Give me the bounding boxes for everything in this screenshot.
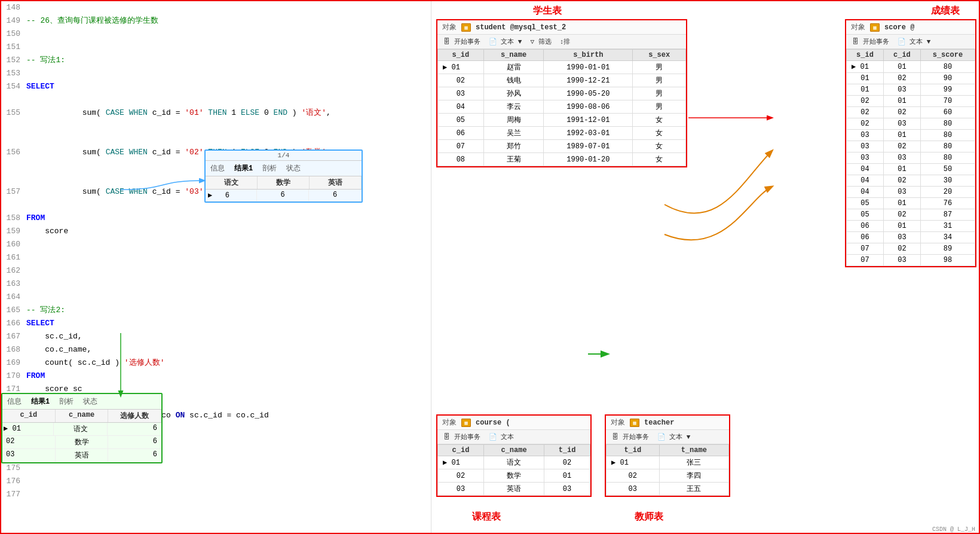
student-row-1: ▶ 01 赵雷 1990-01-01 男: [438, 61, 686, 74]
teacher-row-3: 03王五: [607, 483, 729, 496]
code-line-166: 166 SELECT: [1, 317, 431, 330]
code-line-168: 168 co.c_name,: [1, 343, 431, 356]
course-row-2: 02数学01: [438, 469, 590, 483]
student-start-tx-btn[interactable]: 🗄 开始事务: [441, 36, 483, 47]
result-box-blue: 1/4 信息 结果1 剖析 状态 语文 数学 英语 ▶ 6 6 6: [204, 149, 363, 203]
student-row-8: 08 王菊 1990-01-20 女: [438, 153, 686, 166]
student-row-5: 05 周梅 1991-12-01 女: [438, 114, 686, 127]
code-line-162: 162: [1, 264, 431, 277]
score-section-label: 成绩表: [915, 5, 975, 17]
result-green-row-3: 03 英语 6: [2, 449, 161, 462]
student-filter-btn[interactable]: ▽ 筛选: [528, 36, 553, 47]
student-title-bar: 对象 ▦ student @mysql_test_2: [437, 20, 686, 35]
code-panel: 148 149 -- 26、查询每门课程被选修的学生数 150 151 152 …: [1, 1, 431, 533]
score-row-17: 070289: [847, 243, 975, 255]
score-row-1: ▶ 010180: [847, 61, 975, 73]
code-line-155: 155 sum( CASE WHEN c_id = '01' THEN 1 EL…: [1, 93, 431, 133]
student-sort-btn[interactable]: ↕排: [558, 36, 573, 47]
teacher-row-1: ▶ 01张三: [607, 456, 729, 469]
score-row-7: 030180: [847, 130, 975, 141]
code-line-169: 169 count( sc.c_id ) '选修人数': [1, 356, 431, 370]
teacher-text-btn[interactable]: 📄 文本 ▼: [655, 432, 693, 442]
score-start-tx-btn[interactable]: 🗄 开始事务: [850, 36, 892, 47]
score-row-2: 010290: [847, 73, 975, 84]
code-line-158: 158 FROM: [1, 212, 431, 225]
code-line-148: 148: [1, 1, 431, 14]
code-line-165: 165 -- 写法2:: [1, 304, 431, 317]
code-line-161: 161: [1, 251, 431, 264]
teacher-start-tx-btn[interactable]: 🗄 开始事务: [610, 432, 651, 442]
course-section-label: 课程表: [472, 511, 501, 523]
code-line-164: 164: [1, 291, 431, 304]
result-green-row-2: 02 数学 6: [2, 436, 161, 449]
student-section-label: 学生表: [533, 5, 562, 17]
score-data-table: s_id c_id s_score ▶ 010180 010290 010399…: [846, 49, 975, 266]
teacher-row-2: 02李四: [607, 469, 729, 483]
score-row-11: 040230: [847, 175, 975, 187]
result-green-header: c_id c_name 选修人数: [2, 410, 161, 423]
score-text-btn[interactable]: 📄 文本 ▼: [895, 36, 933, 47]
main-container: 148 149 -- 26、查询每门课程被选修的学生数 150 151 152 …: [0, 0, 980, 534]
course-data-table: c_id c_name t_id ▶ 01语文02 02数学01 03英语03: [437, 444, 590, 496]
code-line-149: 149 -- 26、查询每门课程被选修的学生数: [1, 14, 431, 28]
score-row-4: 020170: [847, 96, 975, 107]
student-data-table: s_id s_name s_birth s_sex ▶ 01 赵雷 1990-0…: [437, 49, 686, 166]
right-panel: 学生表 成绩表 对象 ▦ student @mysql_test_2 🗄 开始事…: [431, 1, 979, 533]
student-row-2: 02 钱电 1990-12-21 男: [438, 74, 686, 87]
course-row-1: ▶ 01语文02: [438, 456, 590, 469]
student-row-4: 04 李云 1990-08-06 男: [438, 100, 686, 114]
code-line-170: 170 FROM: [1, 370, 431, 383]
code-line-153: 153: [1, 67, 431, 80]
result-blue-header: 语文 数学 英语: [206, 176, 362, 190]
score-toolbar[interactable]: 🗄 开始事务 📄 文本 ▼: [846, 35, 975, 49]
teacher-section-label: 教师表: [635, 511, 663, 523]
result-box-green: 信息 结果1 剖析 状态 c_id c_name 选修人数 ▶ 01 语文 6 …: [1, 393, 163, 463]
student-text-btn[interactable]: 📄 文本 ▼: [486, 36, 525, 47]
course-panel: 对象 ▦ course ( 🗄 开始事务 📄 文本 c_id c_name t_…: [436, 414, 592, 497]
score-row-5: 020260: [847, 107, 975, 118]
score-row-9: 030380: [847, 152, 975, 164]
teacher-panel: 对象 ▦ teacher 🗄 开始事务 📄 文本 ▼ t_id t_name ▶…: [605, 414, 730, 497]
watermark: CSDN @ L_J_H: [932, 526, 975, 533]
score-row-3: 010399: [847, 84, 975, 96]
teacher-toolbar[interactable]: 🗄 开始事务 📄 文本 ▼: [606, 430, 729, 444]
code-line-175: 175: [1, 462, 431, 475]
code-line-176: 176: [1, 475, 431, 488]
code-line-167: 167 sc.c_id,: [1, 330, 431, 343]
score-row-13: 050176: [847, 198, 975, 209]
student-row-7: 07 郑竹 1989-07-01 女: [438, 140, 686, 153]
course-toolbar[interactable]: 🗄 开始事务 📄 文本: [437, 430, 590, 444]
student-row-6: 06 吴兰 1992-03-01 女: [438, 127, 686, 140]
course-table-icon: ▦: [461, 419, 471, 427]
code-line-160: 160: [1, 238, 431, 251]
score-row-6: 020380: [847, 118, 975, 130]
score-row-12: 040320: [847, 187, 975, 198]
student-table-icon: ▦: [461, 23, 471, 32]
code-line-177: 177: [1, 488, 431, 501]
score-title-bar: 对象 ▦ score @: [846, 20, 975, 35]
score-row-14: 050287: [847, 209, 975, 221]
student-panel: 对象 ▦ student @mysql_test_2 🗄 开始事务 📄 文本 ▼…: [436, 19, 687, 167]
course-text-btn[interactable]: 📄 文本: [486, 432, 517, 442]
student-toolbar[interactable]: 🗄 开始事务 📄 文本 ▼ ▽ 筛选 ↕排: [437, 35, 686, 49]
result-green-row-1: ▶ 01 语文 6: [2, 423, 161, 436]
student-row-3: 03 孙风 1990-05-20 男: [438, 87, 686, 100]
score-row-10: 040150: [847, 164, 975, 175]
course-title-bar: 对象 ▦ course (: [437, 416, 590, 430]
score-row-8: 030280: [847, 141, 975, 152]
course-start-tx-btn[interactable]: 🗄 开始事务: [441, 432, 483, 442]
code-line-163: 163: [1, 277, 431, 291]
teacher-title-bar: 对象 ▦ teacher: [606, 416, 729, 430]
score-row-16: 060334: [847, 232, 975, 243]
score-panel: 对象 ▦ score @ 🗄 开始事务 📄 文本 ▼ s_id c_id s_s…: [845, 19, 976, 267]
course-row-3: 03英语03: [438, 483, 590, 496]
score-row-15: 060131: [847, 221, 975, 232]
code-line-150: 150: [1, 28, 431, 41]
score-row-18: 070398: [847, 255, 975, 266]
score-table-icon: ▦: [870, 23, 880, 32]
code-line-152: 152 -- 写法1:: [1, 54, 431, 67]
teacher-data-table: t_id t_name ▶ 01张三 02李四 03王五: [606, 444, 729, 496]
code-line-154: 154 SELECT: [1, 80, 431, 93]
code-line-151: 151: [1, 41, 431, 54]
code-line-159: 159 score: [1, 225, 431, 238]
